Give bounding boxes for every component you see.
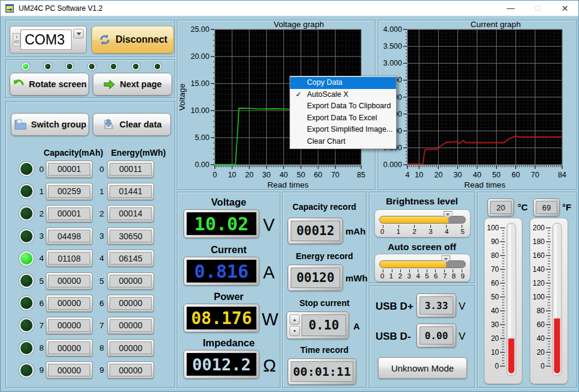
impedance-label: Impedance bbox=[178, 337, 280, 349]
capacity-value-display: 00000 bbox=[46, 361, 93, 379]
clear-icon bbox=[102, 118, 115, 130]
svg-text:10: 10 bbox=[491, 348, 500, 357]
celsius-display: 20 bbox=[488, 198, 514, 216]
context-menu-item-label: Export Simplified Image... bbox=[307, 125, 392, 133]
celsius-unit: °C bbox=[518, 202, 528, 212]
svg-text:60: 60 bbox=[537, 320, 545, 329]
slider-track[interactable] bbox=[379, 260, 466, 268]
time-record-value: 00:01:11 bbox=[291, 361, 353, 382]
brightness-slider[interactable]: 012345 bbox=[374, 209, 471, 237]
energy-value: 06145 bbox=[110, 252, 152, 265]
slider-fill bbox=[380, 261, 446, 268]
table-row: 401108406145 bbox=[19, 250, 164, 268]
context-menu-item[interactable]: Export Simplified Image... bbox=[290, 124, 396, 136]
clear-data-button[interactable]: Clear data bbox=[93, 113, 171, 136]
svg-text:4: 4 bbox=[406, 171, 410, 179]
slider-tick-label: 5 bbox=[461, 228, 465, 235]
capacity-value-display: 00001 bbox=[46, 161, 93, 178]
capacity-value-display: 01108 bbox=[46, 250, 93, 267]
svg-text:0: 0 bbox=[213, 171, 217, 179]
refresh-icon bbox=[98, 33, 111, 46]
slider-tick-label: 2 bbox=[398, 272, 402, 280]
slider-track[interactable] bbox=[379, 216, 466, 224]
com-port-select[interactable]: I /O COM3 bbox=[10, 26, 87, 54]
context-menu-item[interactable]: Clear Chart bbox=[290, 136, 396, 148]
group-led-indicator bbox=[19, 274, 34, 288]
svg-text:60: 60 bbox=[314, 171, 323, 179]
group-led-indicator bbox=[19, 229, 34, 243]
capacity-record-display: 00012 bbox=[288, 218, 343, 244]
switch-group-button[interactable]: Switch group bbox=[11, 113, 89, 136]
capacity-value: 00259 bbox=[48, 185, 90, 198]
fahrenheit-value: 69 bbox=[536, 201, 557, 214]
groups-panel: Switch group Clear data Capacity(mAh) En… bbox=[5, 102, 175, 388]
capacity-row-index: 0 bbox=[37, 165, 46, 174]
svg-text:100: 100 bbox=[487, 224, 499, 232]
power-display: 08.176 bbox=[184, 304, 259, 332]
energy-row-index: 4 bbox=[98, 254, 106, 263]
energy-value-display: 00000 bbox=[107, 339, 154, 357]
energy-header: Energy(mWh) bbox=[102, 148, 175, 158]
energy-value: 00011 bbox=[110, 163, 152, 176]
context-menu-item[interactable]: ✓AutoScale X bbox=[290, 89, 396, 101]
capacity-row-index: 7 bbox=[37, 321, 46, 330]
com-port-dropdown-button[interactable] bbox=[73, 29, 84, 38]
svg-text:84: 84 bbox=[558, 171, 566, 179]
table-row: 600000600000 bbox=[19, 294, 164, 312]
next-page-label: Next page bbox=[120, 79, 161, 89]
energy-value-display: 06145 bbox=[107, 250, 154, 267]
capacity-row-index: 3 bbox=[37, 231, 46, 240]
stop-current-value[interactable]: 0.10 bbox=[302, 314, 346, 336]
celsius-thermometer: 0102030405060708090100 bbox=[484, 218, 522, 384]
context-menu-item[interactable]: Export Data To Clipboard bbox=[290, 100, 396, 112]
svg-text:0.000: 0.000 bbox=[383, 161, 402, 169]
group-led-indicator bbox=[19, 184, 34, 198]
lcd-current-value: 0.816 bbox=[187, 260, 256, 283]
slider-tick-label: 9 bbox=[461, 272, 465, 280]
svg-text:10: 10 bbox=[415, 171, 423, 179]
minimize-button-icon[interactable]: — bbox=[497, 1, 524, 16]
lcd-voltage-value: 10.02 bbox=[187, 212, 256, 235]
close-button-icon[interactable]: ✕ bbox=[551, 1, 578, 16]
usb-panel: USB D+ 3.33 V USB D- 0.00 V Unknown Mode bbox=[369, 286, 475, 388]
energy-value: 00000 bbox=[110, 297, 152, 310]
energy-value-display: 00000 bbox=[107, 272, 154, 290]
power-label: Power bbox=[178, 291, 280, 302]
context-menu-item-label: Clear Chart bbox=[307, 137, 345, 145]
svg-text:30: 30 bbox=[491, 320, 500, 329]
usb-dminus-value: 0.00 bbox=[420, 326, 453, 345]
context-menu-item-label: Export Data To Clipboard bbox=[307, 102, 391, 110]
usb-mode-button[interactable]: Unknown Mode bbox=[378, 357, 467, 379]
svg-text:20: 20 bbox=[434, 171, 442, 179]
auto-screen-off-slider[interactable]: 0123456789 bbox=[374, 254, 471, 282]
stop-current-up-button[interactable]: ▲ bbox=[290, 314, 300, 325]
disconnect-button[interactable]: Disconnect bbox=[91, 26, 174, 54]
com-port-value[interactable]: COM3 bbox=[20, 29, 72, 50]
capacity-value: 04498 bbox=[48, 230, 90, 242]
energy-record-unit: mWh bbox=[345, 273, 368, 283]
group-led-indicator bbox=[19, 363, 34, 378]
stop-current-unit: A bbox=[353, 321, 360, 331]
next-page-button[interactable]: Next page bbox=[93, 73, 172, 96]
energy-record-display: 00120 bbox=[288, 265, 343, 291]
slider-tick-label: 3 bbox=[429, 228, 432, 235]
lcd-impedance-value: 0012.2 bbox=[187, 353, 256, 376]
svg-text:20: 20 bbox=[491, 334, 500, 343]
energy-value: 00000 bbox=[110, 319, 152, 332]
capacity-record-value: 00012 bbox=[291, 221, 340, 241]
capacity-record-unit: mAh bbox=[345, 226, 365, 236]
svg-text:10.00: 10.00 bbox=[191, 106, 209, 115]
group-led-indicator bbox=[19, 206, 34, 221]
context-menu-item[interactable]: Copy Data bbox=[290, 77, 396, 89]
slider-tick-labels: 0123456789 bbox=[379, 272, 466, 280]
capacity-row-index: 4 bbox=[37, 254, 46, 263]
rotate-screen-button[interactable]: Rotate screen bbox=[10, 73, 89, 96]
context-menu-item[interactable]: Export Data To Excel bbox=[290, 112, 396, 124]
svg-text:70: 70 bbox=[531, 171, 539, 179]
maximize-button-icon[interactable]: □ bbox=[524, 1, 551, 16]
time-record-label: Time record bbox=[283, 345, 366, 355]
stop-current-down-button[interactable]: ▼ bbox=[290, 326, 300, 336]
usb-dplus-unit: V bbox=[459, 301, 465, 313]
current-chart[interactable]: 410203040506070840.0000.5001.0001.5002.0… bbox=[379, 20, 578, 191]
down-arrow-icon: ▼ bbox=[293, 329, 297, 333]
